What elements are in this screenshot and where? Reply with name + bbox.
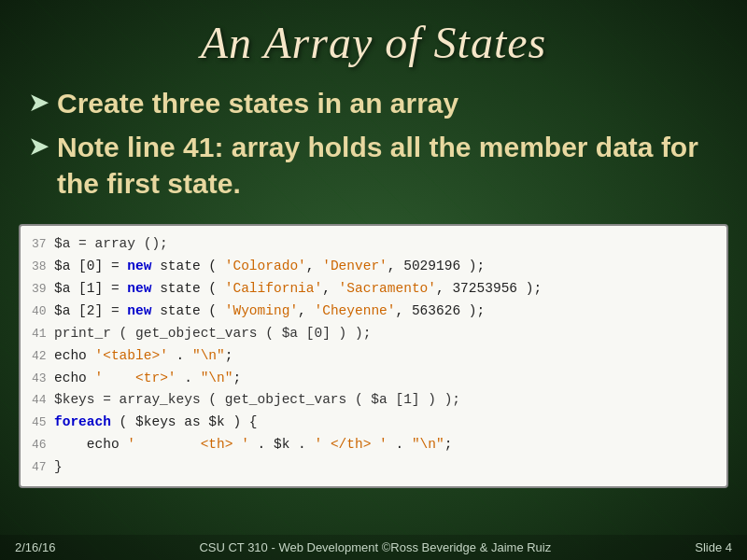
line-num-39: 39 xyxy=(32,279,54,299)
code-line-37: 37 $a = array (); xyxy=(32,233,715,256)
code-text-44: $keys = array_keys ( get_object_vars ( $… xyxy=(54,389,460,412)
code-text-43: echo ' <tr>' . "\n"; xyxy=(54,368,241,390)
code-line-39: 39 $a [1] = new state ( 'California', 'S… xyxy=(32,278,715,301)
code-line-41: 41 print_r ( get_object_vars ( $a [0] ) … xyxy=(32,323,715,345)
line-num-41: 41 xyxy=(32,324,54,343)
code-line-38: 38 $a [0] = new state ( 'Colorado', 'Den… xyxy=(32,256,715,278)
slide-footer: 2/16/16 CSU CT 310 - Web Development ©Ro… xyxy=(0,535,747,560)
line-num-40: 40 xyxy=(32,301,54,321)
bullet-text-1: Create three states in an array xyxy=(57,85,458,121)
footer-date: 2/16/16 xyxy=(15,540,55,554)
code-line-42: 42 echo '<table>' . "\n"; xyxy=(32,345,715,368)
code-text-42: echo '<table>' . "\n"; xyxy=(54,345,233,368)
code-text-47: } xyxy=(54,456,63,479)
bullet-arrow-2: ➤ xyxy=(28,131,49,161)
bullet-item-1: ➤ Create three states in an array xyxy=(28,85,719,121)
bullet-item-2: ➤ Note line 41: array holds all the memb… xyxy=(28,129,719,202)
slide-container: An Array of States ➤ Create three states… xyxy=(0,0,747,560)
code-text-38: $a [0] = new state ( 'Colorado', 'Denver… xyxy=(54,256,485,278)
code-line-47: 47 } xyxy=(32,456,715,479)
code-line-43: 43 echo ' <tr>' . "\n"; xyxy=(32,368,715,390)
bullet-arrow-1: ➤ xyxy=(28,87,49,118)
code-line-44: 44 $keys = array_keys ( get_object_vars … xyxy=(32,389,715,412)
slide-title: An Array of States xyxy=(0,0,747,77)
line-num-43: 43 xyxy=(32,369,54,388)
line-num-47: 47 xyxy=(32,457,54,477)
code-text-39: $a [1] = new state ( 'California', 'Sacr… xyxy=(54,278,542,301)
line-num-42: 42 xyxy=(32,346,54,366)
code-text-45: foreach ( $keys as $k ) { xyxy=(54,412,258,434)
line-num-45: 45 xyxy=(32,413,54,432)
bullet-points-section: ➤ Create three states in an array ➤ Note… xyxy=(0,77,747,218)
footer-slide-number: Slide 4 xyxy=(695,540,732,554)
line-num-38: 38 xyxy=(32,257,54,276)
code-text-40: $a [2] = new state ( 'Wyoming', 'Cheyenn… xyxy=(54,301,485,323)
code-line-40: 40 $a [2] = new state ( 'Wyoming', 'Chey… xyxy=(32,301,715,323)
footer-copyright: CSU CT 310 - Web Development ©Ross Bever… xyxy=(55,540,695,554)
code-line-45: 45 foreach ( $keys as $k ) { xyxy=(32,412,715,434)
line-num-46: 46 xyxy=(32,435,54,455)
code-block: 37 $a = array (); 38 $a [0] = new state … xyxy=(19,224,728,488)
code-text-37: $a = array (); xyxy=(54,233,168,256)
line-num-37: 37 xyxy=(32,234,54,254)
code-line-46: 46 echo ' <th> ' . $k . ' </th> ' . "\n"… xyxy=(32,434,715,456)
bullet-text-2: Note line 41: array holds all the member… xyxy=(57,129,719,202)
code-text-46: echo ' <th> ' . $k . ' </th> ' . "\n"; xyxy=(54,434,452,456)
line-num-44: 44 xyxy=(32,390,54,410)
code-text-41: print_r ( get_object_vars ( $a [0] ) ); xyxy=(54,323,371,345)
